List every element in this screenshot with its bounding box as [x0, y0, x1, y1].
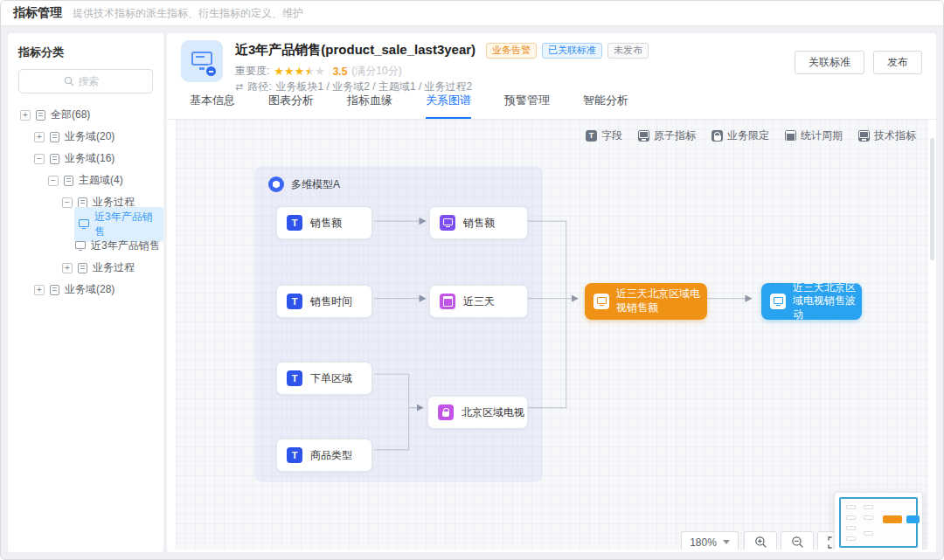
process-icon: [78, 263, 87, 273]
statistic-period-icon: [785, 130, 796, 142]
zoom-level-value: 180%: [690, 536, 717, 549]
legend-statistic-period: 统计周期: [785, 128, 843, 143]
tree-item-label: 业务域(20): [65, 129, 115, 144]
group-header: 多维模型A: [268, 176, 340, 192]
expand-toggle-icon[interactable]: +: [34, 285, 45, 295]
tree-item-business-domain-16[interactable]: − 业务域(16): [8, 148, 163, 169]
tree-item-business-domain-28[interactable]: + 业务域(28): [8, 279, 163, 301]
expand-toggle-icon[interactable]: +: [62, 263, 73, 273]
tree-item-business-domain-20[interactable]: + 业务域(20): [8, 126, 163, 148]
expand-toggle-icon[interactable]: −: [48, 176, 59, 186]
badge-standard-linked: 已关联标准: [542, 43, 602, 59]
tree-item-label: 全部(68): [51, 107, 90, 122]
search-input[interactable]: [79, 75, 108, 87]
relate-standard-button[interactable]: 关联标准: [795, 51, 864, 74]
expand-toggle-icon[interactable]: +: [34, 132, 45, 142]
legend-tech-metric: 技术指标: [858, 128, 916, 143]
app-subtitle: 提供技术指标的派生指标、衍生指标的定义、维护: [73, 6, 303, 21]
selected-highlight: 近3年产品销售: [74, 207, 163, 242]
model-icon: [268, 176, 284, 192]
metric-avatar-icon: [181, 40, 223, 82]
tree-item-product-sale-selected[interactable]: 近3年产品销售: [8, 213, 163, 235]
metric-detail-header: 近3年产品销售(product_sale_last3year) 业务告警 已关联…: [167, 33, 936, 89]
tree-item-label: 业务域(16): [65, 151, 115, 166]
metric-management-app: 指标管理 提供技术指标的派生指标、衍生指标的定义、维护 指标分类 + 全部(68…: [0, 0, 944, 560]
business-qualifier-icon: [438, 404, 454, 420]
node-qualifier-beijing-tv[interactable]: 北京区域电视: [427, 396, 528, 429]
score-suffix: (满分10分): [351, 64, 401, 79]
tab-intelligent-analysis[interactable]: 智能分析: [583, 93, 628, 119]
tech-metric-icon: [770, 294, 786, 309]
process-icon: [78, 197, 87, 208]
search-icon: [64, 76, 74, 86]
node-field-sale-time[interactable]: 销售时间: [276, 285, 372, 318]
legend-field: 字段: [586, 128, 622, 143]
node-tech-metric[interactable]: 近三天北京区域电视销售波动: [761, 283, 862, 320]
atomic-metric-icon: [440, 215, 455, 231]
expand-toggle-icon[interactable]: +: [20, 110, 31, 121]
domain-icon: [64, 176, 73, 186]
publish-button[interactable]: 发布: [873, 51, 922, 74]
tab-relation-graph[interactable]: 关系图谱: [426, 93, 471, 119]
minimap-derived-node: [883, 515, 902, 523]
path-icon: ⇄: [235, 82, 243, 92]
importance-label: 重要度:: [235, 64, 269, 79]
importance-score: 3.5: [333, 66, 348, 78]
field-icon: [287, 215, 302, 231]
field-icon: [287, 294, 302, 309]
field-icon: [586, 130, 597, 142]
metric-title: 近3年产品销售(product_sale_last3year): [235, 42, 475, 59]
tree-item-label: 业务域(28): [65, 282, 115, 297]
domain-icon: [50, 154, 59, 164]
zoom-level-select[interactable]: 180%: [681, 531, 739, 550]
scrollbar-thumb[interactable]: [930, 138, 934, 260]
domain-icon: [50, 285, 59, 295]
node-period-last3days[interactable]: 近三天: [429, 285, 528, 318]
node-derived-metric[interactable]: 近三天北京区域电视销售额: [585, 283, 707, 320]
tree-item-label: 近3年产品销售: [91, 239, 160, 253]
metric-icon: [74, 241, 86, 252]
node-field-order-region[interactable]: 下单区域: [276, 362, 372, 395]
tab-basic-info[interactable]: 基本信息: [190, 93, 235, 119]
business-qualifier-icon: [711, 130, 723, 142]
expand-toggle-icon[interactable]: −: [34, 154, 45, 164]
node-field-product-type[interactable]: 商品类型: [276, 439, 372, 472]
tech-metric-icon: [858, 130, 870, 142]
field-icon: [287, 447, 302, 463]
main-panel: 近3年产品销售(product_sale_last3year) 业务告警 已关联…: [167, 33, 936, 552]
sidebar-metric-category: 指标分类 + 全部(68) + 业务域(20) − 业务域(16) −: [8, 33, 163, 552]
chevron-down-icon: [723, 540, 730, 544]
path-label: 路径:: [247, 80, 271, 94]
tab-alert-management[interactable]: 预警管理: [504, 93, 550, 119]
minimap[interactable]: [834, 492, 923, 550]
tree-item-business-process-2[interactable]: + 业务过程: [8, 257, 163, 279]
star-rating[interactable]: ★★★★★: [274, 66, 324, 78]
tab-metric-lineage[interactable]: 指标血缘: [347, 93, 392, 119]
node-field-sales[interactable]: 销售额: [276, 206, 372, 239]
zoom-in-button[interactable]: [744, 531, 777, 550]
tree-item-all[interactable]: + 全部(68): [8, 104, 163, 126]
badge-business-alert: 业务告警: [486, 43, 537, 59]
tree-item-subject-domain[interactable]: − 主题域(4): [8, 169, 163, 191]
group-label: 多维模型A: [291, 177, 340, 192]
zoom-out-button[interactable]: [781, 531, 814, 550]
zoom-out-icon: [791, 536, 804, 549]
graph-legend: 字段 原子指标 业务限定 统计周期 技术指标: [586, 128, 916, 143]
minimap-viewport: [839, 497, 918, 548]
path-breadcrumb: 业务板块1 / 业务域2 / 主题域1 / 业务过程2: [276, 80, 473, 94]
atomic-metric-icon: [638, 130, 649, 142]
expand-toggle-icon[interactable]: −: [62, 197, 73, 208]
relation-graph-canvas[interactable]: 字段 原子指标 业务限定 统计周期 技术指标: [176, 120, 928, 550]
tree-item-label: 近3年产品销售: [94, 210, 155, 239]
node-atomic-sales[interactable]: 销售额: [429, 206, 528, 239]
legend-business-qualifier: 业务限定: [711, 128, 769, 143]
app-title: 指标管理: [13, 5, 62, 21]
badge-unpublished: 未发布: [607, 43, 649, 59]
sidebar-title: 指标分类: [8, 33, 163, 69]
domain-icon: [50, 132, 59, 142]
tab-chart-analysis[interactable]: 图表分析: [268, 93, 314, 119]
legend-atomic-metric: 原子指标: [638, 128, 696, 143]
search-box[interactable]: [18, 69, 153, 93]
org-icon: [36, 110, 45, 121]
statistic-period-icon: [440, 294, 455, 309]
